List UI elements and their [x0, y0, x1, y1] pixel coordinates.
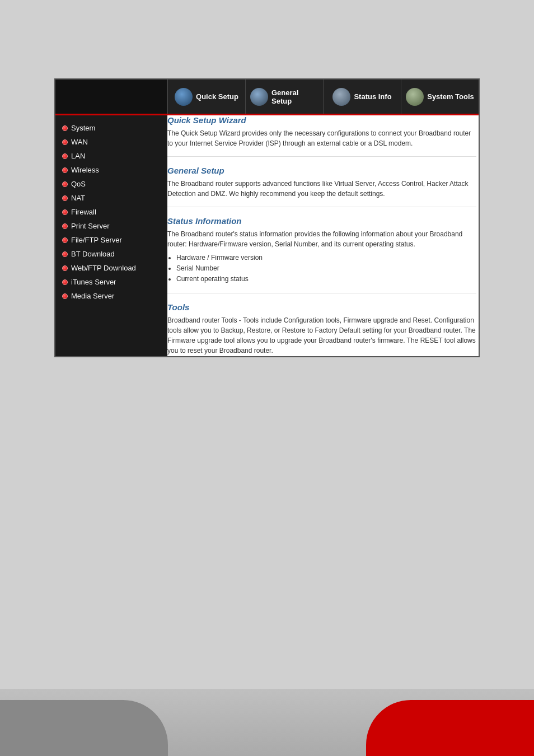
- nav-tab-system-tools[interactable]: System Tools: [401, 80, 479, 114]
- bullet-icon: [62, 209, 68, 215]
- bullet-icon: [62, 153, 68, 159]
- bullet-icon: [62, 279, 68, 285]
- sidebar-item-itunes-server[interactable]: iTunes Server: [55, 275, 167, 289]
- sidebar-item-wireless[interactable]: Wireless: [55, 163, 167, 177]
- gear-icon: [250, 88, 268, 106]
- nav-tab-status-info[interactable]: Status Info: [323, 80, 401, 114]
- section-title-quick-setup-wizard: Quick Setup Wizard: [167, 115, 476, 125]
- sidebar-label-nat: NAT: [71, 194, 85, 202]
- section-text-quick-setup-wizard: The Quick Setup Wizard provides only the…: [167, 128, 476, 148]
- sidebar-label-media-server: Media Server: [71, 292, 114, 300]
- bullet-icon: [62, 237, 68, 243]
- section-title-general-setup: General Setup: [167, 166, 476, 175]
- sidebar-label-qos: QoS: [71, 180, 86, 188]
- nav-tab-label-system-tools: System Tools: [427, 92, 474, 101]
- logo-area: [55, 80, 167, 114]
- nav-tab-label-status-info: Status Info: [354, 92, 391, 101]
- section-text-status-information: The Broadband router's status informatio…: [167, 229, 476, 249]
- section-status-information: Status InformationThe Broadband router's…: [167, 216, 476, 293]
- sidebar-item-qos[interactable]: QoS: [55, 177, 167, 191]
- bullet-icon: [62, 223, 68, 229]
- list-item: Hardware / Firmware version: [176, 253, 476, 263]
- header: Quick SetupGeneral SetupStatus InfoSyste…: [55, 80, 479, 115]
- bullet-icon: [62, 265, 68, 271]
- sidebar-item-file-ftp-server[interactable]: File/FTP Server: [55, 233, 167, 247]
- main-area: SystemWANLANWirelessQoSNATFirewallPrint …: [55, 115, 479, 356]
- sidebar-label-file-ftp-server: File/FTP Server: [71, 236, 122, 244]
- section-tools: ToolsBroadband router Tools - Tools incl…: [167, 302, 476, 356]
- nav-tabs: Quick SetupGeneral SetupStatus InfoSyste…: [167, 80, 479, 114]
- sidebar-item-web-ftp-download[interactable]: Web/FTP Download: [55, 261, 167, 275]
- nav-tab-general-setup[interactable]: General Setup: [245, 80, 323, 114]
- section-list-status-information: Hardware / Firmware versionSerial Number…: [176, 253, 476, 285]
- wrench-icon: [406, 88, 424, 106]
- sidebar-label-web-ftp-download: Web/FTP Download: [71, 264, 136, 272]
- sidebar-item-nat[interactable]: NAT: [55, 191, 167, 205]
- sidebar-item-bt-download[interactable]: BT Download: [55, 247, 167, 261]
- globe-icon: [175, 88, 193, 106]
- sidebar-item-wan[interactable]: WAN: [55, 135, 167, 149]
- sidebar-item-print-server[interactable]: Print Server: [55, 219, 167, 233]
- sidebar-label-system: System: [71, 124, 95, 132]
- sidebar-label-firewall: Firewall: [71, 208, 96, 216]
- bullet-icon: [62, 167, 68, 173]
- sidebar-label-lan: LAN: [71, 152, 85, 160]
- bullet-icon: [62, 195, 68, 201]
- router-ui: Quick SetupGeneral SetupStatus InfoSyste…: [54, 78, 480, 357]
- sidebar-label-print-server: Print Server: [71, 222, 110, 230]
- section-quick-setup-wizard: Quick Setup WizardThe Quick Setup Wizard…: [167, 115, 476, 157]
- content-area[interactable]: Quick Setup WizardThe Quick Setup Wizard…: [167, 115, 479, 356]
- sidebar-label-wan: WAN: [71, 138, 88, 146]
- sidebar-item-media-server[interactable]: Media Server: [55, 289, 167, 303]
- nav-tab-label-quick-setup: Quick Setup: [196, 92, 238, 101]
- section-text-tools: Broadband router Tools - Tools include C…: [167, 315, 476, 356]
- section-title-tools: Tools: [167, 302, 476, 312]
- list-item: Serial Number: [176, 263, 476, 274]
- list-item: Current operating status: [176, 274, 476, 284]
- bottom-right-decoration: [366, 700, 534, 756]
- sidebar-item-firewall[interactable]: Firewall: [55, 205, 167, 219]
- bullet-icon: [62, 251, 68, 257]
- sidebar-item-system[interactable]: System: [55, 121, 167, 135]
- sidebar: SystemWANLANWirelessQoSNATFirewallPrint …: [55, 115, 167, 356]
- sidebar-label-itunes-server: iTunes Server: [71, 278, 116, 286]
- bullet-icon: [62, 139, 68, 145]
- sidebar-item-lan[interactable]: LAN: [55, 149, 167, 163]
- bullet-icon: [62, 293, 68, 299]
- section-title-status-information: Status Information: [167, 216, 476, 226]
- bullet-icon: [62, 125, 68, 131]
- section-text-general-setup: The Broadband router supports advanced f…: [167, 179, 476, 199]
- section-general-setup: General SetupThe Broadband router suppor…: [167, 166, 476, 207]
- sidebar-label-wireless: Wireless: [71, 166, 99, 174]
- chart-icon: [332, 88, 350, 106]
- bottom-left-decoration: [0, 700, 168, 756]
- nav-tab-label-general-setup: General Setup: [271, 88, 318, 105]
- nav-tab-quick-setup[interactable]: Quick Setup: [167, 80, 245, 114]
- sidebar-label-bt-download: BT Download: [71, 250, 115, 258]
- bullet-icon: [62, 181, 68, 187]
